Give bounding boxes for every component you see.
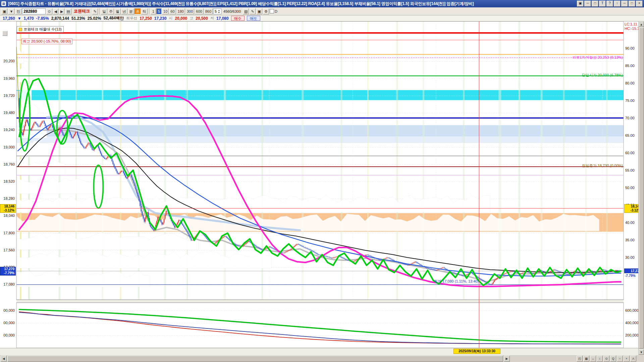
sell-button[interactable]: 매도: [247, 16, 260, 21]
interval-button-1[interactable]: 1: [151, 8, 156, 14]
interval-button-5[interactable]: 5: [156, 8, 162, 14]
chart-style-icon[interactable]: ▧: [243, 8, 249, 14]
toolbar: ▣▼ 전 ⊙◀▶▤ 코원테크 ✎ 일주월년분초틱 151060180300600…: [0, 7, 644, 15]
zoom-out-button[interactable]: −: [617, 356, 623, 362]
d-checkbox[interactable]: D: [270, 9, 277, 13]
down-arrow-icon: ▼: [17, 16, 21, 21]
prev-close-annotation: 전일종가 18,730 (0.00%): [582, 163, 623, 168]
titlebar: ▦ [0601] 주식종합차트 - 유통비율[76.8] 거래대금[52,484…: [0, 0, 644, 7]
help-icon[interactable]: ?: [606, 1, 613, 7]
chart-canvas[interactable]: [0, 21, 638, 348]
d-checkbox-label: D: [275, 9, 277, 13]
x-axis-band: [0, 348, 638, 355]
period-button-분[interactable]: 분: [128, 8, 134, 14]
interval-button-300[interactable]: 300: [185, 8, 194, 14]
interval-button-180[interactable]: 180: [176, 8, 185, 14]
magnify-icon[interactable]: ⊙: [603, 356, 609, 362]
h-scrollbar-thumb[interactable]: [7, 356, 503, 362]
grid-icon[interactable]: ▦: [583, 356, 589, 362]
period-button-group: 일주월년분초틱: [101, 8, 148, 14]
interval-button-860[interactable]: 860: [204, 8, 213, 14]
prev-stock-button[interactable]: ◀: [53, 8, 58, 14]
popup-icon[interactable]: ▣: [577, 1, 584, 7]
layout-icon[interactable]: ◰: [577, 356, 583, 362]
panel-minimize-icon[interactable]: ─: [584, 1, 591, 7]
toolbar-left-icons: ▣▼: [1, 8, 14, 14]
interval-button-60[interactable]: 60: [169, 8, 176, 14]
crosshair-price: 18,146: [1, 204, 14, 208]
separator: [99, 8, 100, 14]
stock-info-icon[interactable]: ▤: [65, 8, 71, 14]
window-controls: ▣─□T?↑─□×: [577, 1, 643, 7]
stock-code-input[interactable]: [22, 8, 46, 14]
zoom-in-button[interactable]: +: [624, 356, 630, 362]
volume-profile-swatch-icon: [19, 28, 22, 31]
period-button-주[interactable]: 주: [108, 8, 114, 14]
low-label: 저: [210, 16, 214, 21]
d-checkbox-box[interactable]: [270, 9, 274, 13]
period-button-일[interactable]: 일: [101, 8, 107, 14]
v-zoom-icon[interactable]: ↕: [597, 356, 603, 362]
period-button-틱[interactable]: 틱: [141, 8, 148, 14]
next-stock-button[interactable]: ▶: [59, 8, 64, 14]
tick-count-label: 4560/6300: [222, 9, 242, 13]
period-button-월[interactable]: 월: [114, 8, 121, 14]
crosshair-pct: -3.12%: [1, 208, 14, 213]
period-button-초[interactable]: 초: [135, 8, 141, 14]
collapse-icon[interactable]: ↑: [614, 1, 621, 7]
draw-tool-icon[interactable]: ✎: [250, 8, 255, 14]
scroll-left-button[interactable]: ◀: [1, 356, 7, 362]
price-infobar: 17,260 ▼ 1,470 -7.85% 2,870,144 51.23% 2…: [0, 15, 644, 21]
horizontal-scrollbar[interactable]: ◀ ▶ ◰▦↔↕⊙Q−+A: [0, 355, 638, 362]
crosshair-time-box: 2025/09/18(목) 13:33:30: [453, 349, 500, 354]
h-zoom-icon[interactable]: ↔: [590, 356, 596, 362]
maximize-icon[interactable]: □: [629, 1, 635, 7]
open-annotation: 당일시가 20,000 (6.78%): [582, 73, 623, 78]
minimize-icon[interactable]: ─: [621, 1, 628, 7]
current-price-value: 17,270: [1, 267, 14, 271]
panel-handle-icon[interactable]: [2, 31, 7, 36]
spinner-arrows-icon[interactable]: ▲▼: [218, 9, 220, 14]
open-price: 20,000: [175, 16, 187, 21]
high-price: 20,500: [196, 16, 208, 21]
period-button-년[interactable]: 년: [121, 8, 127, 14]
search-icon[interactable]: ⊙: [46, 8, 52, 14]
scroll-up-button[interactable]: ▲: [639, 21, 644, 27]
best-bid: 17,230: [154, 16, 167, 21]
chart-type-icon[interactable]: ▣: [1, 8, 7, 14]
quick-zoom-button[interactable]: Q: [610, 356, 616, 362]
chart-legend-label: 코원테크 매물대 수(13): [23, 27, 62, 32]
current-price: 17,260: [3, 16, 15, 21]
separator: [149, 8, 149, 14]
always-on-top-icon[interactable]: T: [599, 1, 606, 7]
scrollbar-corner: [638, 355, 644, 362]
edit-icon[interactable]: ✎: [92, 8, 98, 14]
panel-maximize-icon[interactable]: □: [592, 1, 598, 7]
scroll-right-button[interactable]: ▶: [504, 356, 510, 362]
best-quote-label: 최우선: [126, 16, 137, 21]
price-change: 1,470: [24, 16, 34, 21]
interval-button-600[interactable]: 600: [195, 8, 203, 14]
toolbar-stock-nav: ⊙◀▶▤: [46, 8, 71, 14]
prev-day-button[interactable]: 전: [15, 8, 21, 14]
recent-codes-dropdown[interactable]: ▼: [8, 8, 14, 14]
chart-tool-icons: ◰▦↔↕⊙Q−+A: [577, 356, 636, 362]
close-icon[interactable]: ×: [636, 1, 643, 7]
v-scrollbar-thumb[interactable]: [639, 27, 644, 349]
vertical-scrollbar[interactable]: ▲ ▼: [638, 21, 644, 355]
chart-settings-icon[interactable]: ⚙: [263, 8, 269, 14]
scroll-down-button[interactable]: ▼: [639, 349, 644, 355]
auto-scale-button[interactable]: A: [630, 356, 636, 362]
volume-value: 2,870,144: [51, 16, 69, 21]
interval-spinner[interactable]: 5 ▲▼: [213, 8, 221, 14]
save-image-icon[interactable]: ▣: [256, 8, 262, 14]
current-price-box-left: 17,270 -7.79%: [0, 267, 16, 276]
crosshair-price-box-left: 18,146 -3.12%: [0, 204, 16, 213]
current-price-pct-right: -7.79%: [625, 274, 636, 278]
buy-button[interactable]: 매수: [231, 16, 245, 21]
trade-amount: 52,484백만: [103, 15, 124, 21]
interval-button-10[interactable]: 10: [162, 8, 169, 14]
stock-name-label: 코원테크: [72, 8, 92, 14]
low-annotation: 최저 17,080 (1.11%, 13:40): [434, 279, 479, 284]
chart-legend: 코원테크 매물대 수(13): [17, 26, 64, 33]
